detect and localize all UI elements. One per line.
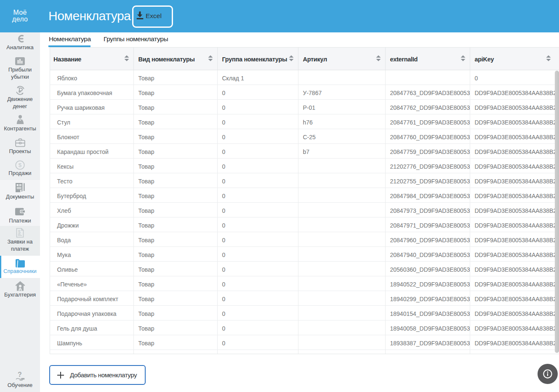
svg-text:$: $ <box>18 229 21 234</box>
svg-text:$: $ <box>19 162 22 168</box>
svg-text:?: ? <box>17 372 21 378</box>
